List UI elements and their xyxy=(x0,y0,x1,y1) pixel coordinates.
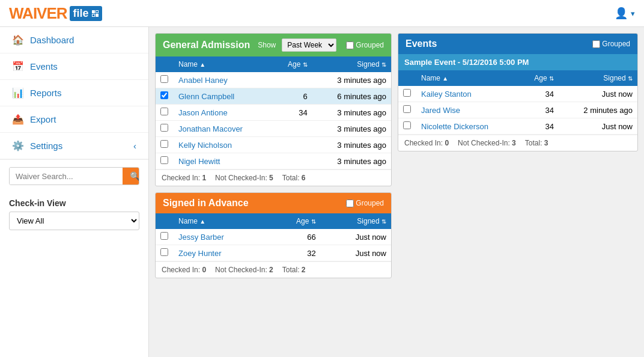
checkin-area: Check-in View View All xyxy=(0,192,148,235)
logo-waiver-text: WAIVER xyxy=(9,4,67,23)
ev-not-checked-value: 3 xyxy=(512,139,516,147)
row-age-cell: 32 xyxy=(270,245,321,261)
sia-age-sort-icon: ⇅ xyxy=(311,218,316,225)
events-summary: Checked In: 0 Not Checked-In: 3 Total: 3 xyxy=(398,135,637,151)
row-checkbox[interactable] xyxy=(160,140,168,148)
row-checkbox[interactable] xyxy=(160,108,168,115)
table-row: Jonathan Macover 3 minutes ago xyxy=(156,121,391,137)
view-all-select[interactable]: View All xyxy=(9,212,139,230)
row-name-link[interactable]: Jason Antione xyxy=(178,108,228,117)
ev-checkbox-col-header xyxy=(398,70,416,86)
search-button[interactable]: 🔍 xyxy=(123,168,139,185)
ev-age-col-header[interactable]: Age ⇅ xyxy=(520,70,559,86)
name-col-header[interactable]: Name ▲ xyxy=(174,56,273,72)
age-col-header[interactable]: Age ⇅ xyxy=(273,56,312,72)
row-checkbox[interactable] xyxy=(160,248,168,256)
table-row: Glenn Campbell 6 6 minutes ago xyxy=(156,88,391,105)
grouped-checkbox-label: Grouped xyxy=(346,41,384,49)
ev-name-sort-icon: ▲ xyxy=(442,75,448,82)
total-summary: Total: 6 xyxy=(282,174,306,182)
sia-grouped-checkbox-label: Grouped xyxy=(346,199,384,207)
sia-grouped-checkbox[interactable] xyxy=(346,200,354,207)
sia-checkbox-col-header xyxy=(156,213,174,229)
row-checkbox[interactable] xyxy=(160,124,168,132)
ev-signed-col-header[interactable]: Signed ⇅ xyxy=(559,70,637,86)
row-age-cell xyxy=(273,121,312,137)
sia-checked-in-value: 0 xyxy=(202,266,206,274)
user-dropdown-arrow: ▾ xyxy=(631,9,635,18)
row-name-link[interactable]: Nicolette Dickerson xyxy=(421,122,488,131)
general-admission-panel: General Admission Show Past Week Today P… xyxy=(155,33,392,186)
row-checkbox[interactable] xyxy=(160,232,168,240)
events-header: Events Grouped xyxy=(398,34,637,54)
search-input[interactable] xyxy=(10,168,123,185)
events-grouped-checkbox[interactable] xyxy=(592,40,600,48)
main-content: General Admission Show Past Week Today P… xyxy=(149,27,644,357)
row-checkbox[interactable] xyxy=(160,75,168,83)
row-checkbox[interactable] xyxy=(160,91,168,99)
general-admission-table: Name ▲ Age ⇅ Signed ⇅ Anabel Haney 3 min… xyxy=(156,56,391,169)
row-checkbox-cell xyxy=(156,229,174,245)
row-checkbox-cell xyxy=(156,105,174,121)
row-name-cell: Jonathan Macover xyxy=(174,121,273,137)
sidebar-item-label: Settings xyxy=(30,141,62,151)
row-name-link[interactable]: Kailey Stanton xyxy=(421,90,472,99)
sidebar-item-settings[interactable]: ⚙️ Settings ‹ xyxy=(0,133,148,159)
search-area: 🔍 xyxy=(0,160,148,192)
table-row: Nicolette Dickerson 34 Just now xyxy=(398,118,637,135)
row-name-cell: Kailey Stanton xyxy=(416,86,520,102)
grouped-checkbox[interactable] xyxy=(346,41,354,49)
sidebar-item-events[interactable]: 📅 Events xyxy=(0,53,148,80)
row-signed-cell: 6 minutes ago xyxy=(312,88,391,105)
row-name-cell: Nigel Hewitt xyxy=(174,153,273,169)
row-name-cell: Zoey Hunter xyxy=(174,245,270,261)
row-checkbox[interactable] xyxy=(160,156,168,164)
row-name-link[interactable]: Jessy Barber xyxy=(178,233,224,242)
row-checkbox[interactable] xyxy=(403,121,411,129)
row-name-link[interactable]: Jared Wise xyxy=(421,106,460,115)
table-row: Kelly Nicholson 3 minutes ago xyxy=(156,137,391,153)
row-signed-cell: Just now xyxy=(559,86,637,102)
events-panel: Events Grouped Sample Event - 5/12/2016 … xyxy=(398,33,638,351)
row-name-link[interactable]: Jonathan Macover xyxy=(178,124,243,133)
row-name-link[interactable]: Anabel Haney xyxy=(178,76,228,85)
events-grouped-text: Grouped xyxy=(602,40,630,48)
sidebar-item-export[interactable]: 📤 Export xyxy=(0,106,148,133)
export-icon: 📤 xyxy=(12,114,24,125)
checkbox-col-header xyxy=(156,56,174,72)
show-select[interactable]: Past Week Today Past Month All Time xyxy=(282,38,336,52)
row-name-link[interactable]: Zoey Hunter xyxy=(178,249,222,258)
row-checkbox-cell xyxy=(156,72,174,88)
sidebar-item-reports[interactable]: 📊 Reports xyxy=(0,80,148,106)
sia-total-value: 2 xyxy=(302,266,306,274)
row-name-link[interactable]: Nigel Hewitt xyxy=(178,157,220,166)
row-age-cell: 6 xyxy=(273,88,312,105)
row-name-link[interactable]: Glenn Campbell xyxy=(178,92,234,101)
row-name-link[interactable]: Kelly Nicholson xyxy=(178,141,232,150)
user-menu[interactable]: 👤 ▾ xyxy=(615,7,635,20)
sia-signed-col-header[interactable]: Signed ⇅ xyxy=(321,213,391,229)
signed-col-header[interactable]: Signed ⇅ xyxy=(312,56,391,72)
sia-signed-sort-icon: ⇅ xyxy=(381,218,386,225)
row-signed-cell: 3 minutes ago xyxy=(312,137,391,153)
sia-not-checked-summary: Not Checked-In: 2 xyxy=(215,266,273,274)
row-signed-cell: Just now xyxy=(321,229,391,245)
sidebar-item-dashboard[interactable]: 🏠 Dashboard xyxy=(0,27,148,53)
row-age-cell: 34 xyxy=(273,105,312,121)
signed-in-advance-title: Signed in Advance xyxy=(163,198,336,209)
sia-name-col-header[interactable]: Name ▲ xyxy=(174,213,270,229)
row-checkbox[interactable] xyxy=(403,89,411,97)
sia-age-col-header[interactable]: Age ⇅ xyxy=(270,213,321,229)
grouped-label: Grouped xyxy=(356,41,384,49)
sia-grouped-label: Grouped xyxy=(356,199,384,207)
table-row: Jason Antione 34 3 minutes ago xyxy=(156,105,391,121)
signed-in-advance-panel: Signed in Advance Grouped Name ▲ Age ⇅ S… xyxy=(155,192,392,278)
row-age-cell xyxy=(273,72,312,88)
row-name-cell: Kelly Nicholson xyxy=(174,137,273,153)
row-checkbox[interactable] xyxy=(403,105,411,113)
row-signed-cell: 2 minutes ago xyxy=(559,102,637,118)
general-admission-summary: Checked In: 1 Not Checked-In: 5 Total: 6 xyxy=(156,169,391,186)
row-signed-cell: 3 minutes ago xyxy=(312,105,391,121)
events-grouped-label: Grouped xyxy=(592,40,630,48)
ev-name-col-header[interactable]: Name ▲ xyxy=(416,70,520,86)
